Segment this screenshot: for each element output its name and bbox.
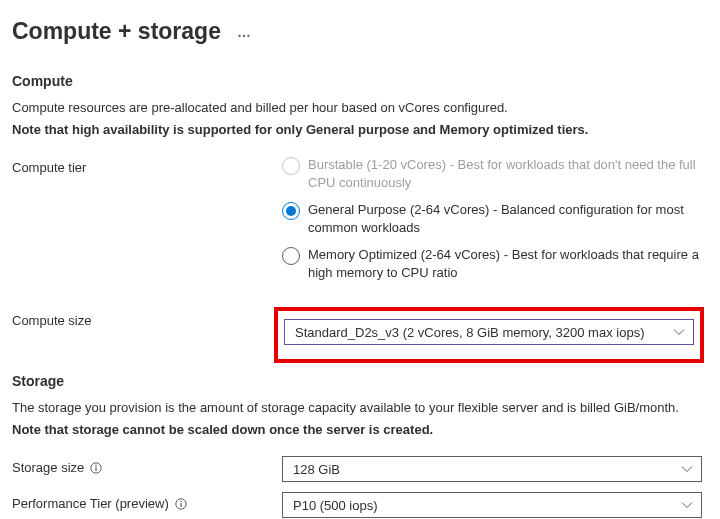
compute-tier-radios: Burstable (1-20 vCores) - Best for workl… bbox=[282, 156, 702, 281]
performance-tier-value: P10 (500 iops) bbox=[293, 498, 378, 513]
compute-heading: Compute bbox=[12, 73, 702, 89]
svg-point-4 bbox=[180, 501, 182, 503]
storage-desc: The storage you provision is the amount … bbox=[12, 399, 702, 417]
radio-icon bbox=[282, 202, 300, 220]
performance-tier-label: Performance Tier (preview) bbox=[12, 492, 282, 511]
tier-memory[interactable]: Memory Optimized (2-64 vCores) - Best fo… bbox=[282, 246, 702, 281]
compute-tier-row: Compute tier Burstable (1-20 vCores) - B… bbox=[12, 156, 702, 281]
compute-size-value: Standard_D2s_v3 (2 vCores, 8 GiB memory,… bbox=[295, 325, 644, 340]
svg-rect-2 bbox=[96, 467, 97, 471]
tier-burstable: Burstable (1-20 vCores) - Best for workl… bbox=[282, 156, 702, 191]
compute-size-row: Compute size Standard_D2s_v3 (2 vCores, … bbox=[12, 309, 702, 363]
page-title-text: Compute + storage bbox=[12, 18, 221, 45]
more-icon[interactable]: … bbox=[237, 24, 253, 40]
storage-heading: Storage bbox=[12, 373, 702, 389]
compute-size-highlight: Standard_D2s_v3 (2 vCores, 8 GiB memory,… bbox=[274, 307, 704, 363]
compute-note: Note that high availability is supported… bbox=[12, 121, 702, 139]
radio-icon bbox=[282, 247, 300, 265]
info-icon[interactable] bbox=[175, 498, 187, 510]
info-icon[interactable] bbox=[90, 462, 102, 474]
tier-general[interactable]: General Purpose (2-64 vCores) - Balanced… bbox=[282, 201, 702, 236]
performance-tier-select[interactable]: P10 (500 iops) bbox=[282, 492, 702, 518]
chevron-down-icon bbox=[681, 499, 693, 511]
tier-burstable-label: Burstable (1-20 vCores) - Best for workl… bbox=[308, 156, 702, 191]
radio-icon bbox=[282, 157, 300, 175]
tier-general-label: General Purpose (2-64 vCores) - Balanced… bbox=[308, 201, 702, 236]
performance-tier-row: Performance Tier (preview) P10 (500 iops… bbox=[12, 492, 702, 518]
chevron-down-icon bbox=[681, 463, 693, 475]
tier-memory-label: Memory Optimized (2-64 vCores) - Best fo… bbox=[308, 246, 702, 281]
storage-size-value: 128 GiB bbox=[293, 462, 340, 477]
svg-point-1 bbox=[95, 465, 97, 467]
chevron-down-icon bbox=[673, 326, 685, 338]
compute-size-select[interactable]: Standard_D2s_v3 (2 vCores, 8 GiB memory,… bbox=[284, 319, 694, 345]
storage-note: Note that storage cannot be scaled down … bbox=[12, 421, 702, 439]
svg-rect-5 bbox=[180, 503, 181, 507]
storage-size-row: Storage size 128 GiB bbox=[12, 456, 702, 482]
page-title: Compute + storage … bbox=[12, 18, 702, 45]
compute-tier-label: Compute tier bbox=[12, 156, 282, 175]
storage-size-label-text: Storage size bbox=[12, 460, 84, 475]
storage-size-select[interactable]: 128 GiB bbox=[282, 456, 702, 482]
compute-desc: Compute resources are pre-allocated and … bbox=[12, 99, 702, 117]
compute-size-label: Compute size bbox=[12, 309, 282, 328]
performance-tier-label-text: Performance Tier (preview) bbox=[12, 496, 169, 511]
storage-size-label: Storage size bbox=[12, 456, 282, 475]
